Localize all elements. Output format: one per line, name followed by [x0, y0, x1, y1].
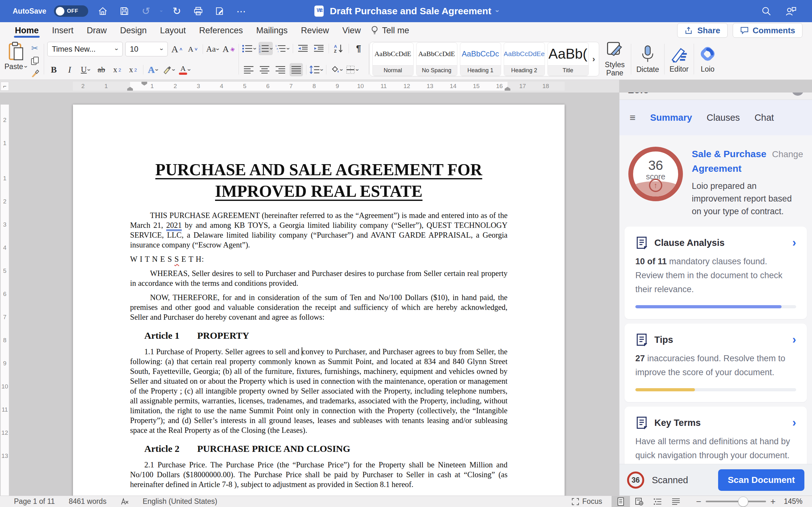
cut-button[interactable]: ✂	[29, 43, 41, 54]
font-color-chevron-icon[interactable]: ›	[186, 69, 193, 71]
more-commands-button[interactable]: ⋯	[235, 4, 248, 18]
language-indicator[interactable]: English (United States)	[143, 497, 217, 506]
highlight-chevron-icon[interactable]: ›	[170, 69, 177, 71]
document-page[interactable]: PURCHASE AND SALE AGREEMENT FOR IMPROVED…	[73, 105, 565, 496]
align-left-button[interactable]	[242, 63, 255, 76]
change-type-button[interactable]: Change	[772, 147, 803, 159]
ribbon-tab-7[interactable]: Review	[294, 22, 336, 39]
chevron-right-icon[interactable]: ›	[792, 417, 796, 429]
dictate-button[interactable]: Dictate	[632, 41, 664, 77]
zoom-in-button[interactable]: +	[770, 497, 775, 506]
close-panel-button[interactable]: ✕	[792, 93, 804, 96]
paragraph-preamble[interactable]: THIS PURCHASE AGREEMENT (hereinafter ref…	[130, 210, 507, 250]
style-title[interactable]: AaBb( Title	[548, 43, 589, 76]
save-button[interactable]	[117, 4, 131, 18]
paragraph-1-1[interactable]: 1.1 Purchase of Property. Seller agrees …	[130, 347, 507, 435]
undo-menu-chevron-icon[interactable]: ›	[159, 10, 164, 12]
tab-selector[interactable]: ⌐	[1, 82, 9, 91]
underline-chevron-icon[interactable]: ›	[85, 69, 93, 71]
tab-summary[interactable]: Summary	[650, 112, 692, 123]
redo-button[interactable]: ↻	[170, 4, 184, 18]
bullets-button[interactable]: ›	[242, 42, 256, 55]
paragraph-witnesseth[interactable]: W I T N E S S E T H:	[130, 254, 507, 264]
style-heading-1[interactable]: AaBbCcDc Heading 1	[460, 43, 501, 76]
justify-button[interactable]	[290, 63, 303, 76]
multilevel-list-button[interactable]: 1ai ›	[275, 42, 290, 55]
style-no-spacing[interactable]: AaBbCcDdE No Spacing	[416, 43, 457, 76]
share-button[interactable]: Share	[677, 23, 727, 38]
share-contact-button[interactable]	[784, 4, 798, 18]
bullets-chevron-icon[interactable]: ›	[251, 48, 258, 50]
home-button[interactable]	[96, 4, 110, 18]
clause-analysis-card[interactable]: Clause Analysis › 10 of 11 mandatory cla…	[624, 227, 807, 319]
highlight-button[interactable]: ›	[162, 63, 176, 76]
shading-button[interactable]: ›	[329, 63, 343, 76]
grammar-mark[interactable]: 2021	[166, 221, 182, 229]
menu-icon[interactable]: ≡	[629, 112, 636, 124]
ribbon-tab-8[interactable]: View	[336, 22, 367, 39]
spellcheck-button[interactable]	[120, 498, 129, 505]
chevron-right-icon[interactable]: ›	[792, 237, 796, 248]
zoom-level[interactable]: 145%	[784, 497, 803, 506]
underline-button[interactable]: U›	[79, 63, 92, 76]
italic-button[interactable]: I	[63, 63, 77, 76]
vertical-ruler[interactable]: 21 12345678910111213	[1, 105, 9, 496]
style-heading-2[interactable]: AaBbCcDdEe Heading 2	[504, 43, 545, 76]
line-spacing-chevron-icon[interactable]: ›	[318, 69, 325, 71]
document-heading[interactable]: PURCHASE AND SALE AGREEMENT FOR IMPROVED…	[130, 159, 507, 202]
font-size-select[interactable]: 10›	[125, 42, 168, 56]
copy-button[interactable]	[29, 55, 41, 66]
spelling-mark[interactable]: S	[174, 255, 179, 263]
font-color-button[interactable]: A ›	[178, 63, 192, 76]
edit-document-button[interactable]	[213, 4, 227, 18]
style-normal[interactable]: AaBbCcDdE Normal	[372, 43, 414, 76]
line-spacing-button[interactable]: ›	[310, 63, 323, 76]
increase-indent-button[interactable]	[312, 42, 325, 55]
horizontal-ruler[interactable]: 21 123456789101112131415161718 ⌐	[0, 80, 619, 93]
zoom-slider-thumb[interactable]	[738, 497, 748, 507]
tab-chat[interactable]: Chat	[755, 112, 774, 123]
scan-document-button[interactable]: Scan Document	[718, 469, 804, 491]
sort-button[interactable]: AZ	[332, 42, 345, 55]
chevron-right-icon[interactable]: ›	[792, 334, 796, 345]
multilevel-chevron-icon[interactable]: ›	[285, 48, 292, 50]
search-button[interactable]	[759, 4, 773, 18]
zoom-out-button[interactable]: −	[696, 497, 701, 506]
superscript-button[interactable]: x2	[126, 63, 140, 76]
bold-button[interactable]: B	[47, 63, 61, 76]
shading-chevron-icon[interactable]: ›	[338, 69, 345, 71]
ribbon-tab-6[interactable]: Mailings	[250, 22, 294, 39]
ribbon-tab-1[interactable]: Insert	[45, 22, 80, 39]
paragraph-whereas[interactable]: WHEREAS, Seller desires to sell to Purch…	[130, 268, 507, 288]
ribbon-tab-2[interactable]: Draw	[80, 22, 113, 39]
grow-font-button[interactable]: A˄	[170, 43, 184, 56]
decrease-indent-button[interactable]	[296, 42, 310, 55]
web-layout-view-button[interactable]	[630, 496, 648, 507]
numbering-button[interactable]: 123 ›	[258, 42, 273, 55]
heading-article-2[interactable]: Article 2PURCHASE PRICE AND CLOSING	[130, 443, 507, 454]
text-effects-button[interactable]: A›	[147, 63, 160, 76]
strikethrough-button[interactable]: ab	[95, 63, 108, 76]
align-center-button[interactable]	[258, 63, 271, 76]
print-button[interactable]	[191, 4, 205, 18]
paragraph-2-1[interactable]: 2.1 Purchase Price. The Purchase Price (…	[130, 460, 507, 489]
text-effects-chevron-icon[interactable]: ›	[154, 69, 161, 71]
styles-pane-button[interactable]: Styles Pane	[599, 41, 630, 77]
word-count[interactable]: 8461 words	[69, 497, 107, 506]
borders-chevron-icon[interactable]: ›	[354, 69, 361, 71]
paragraph-now-therefore[interactable]: NOW, THEREFORE, for and in consideration…	[130, 292, 507, 322]
paste-button[interactable]: Paste›	[4, 42, 27, 71]
document-title[interactable]: Draft Purchase and Sale Agreement	[330, 6, 491, 16]
format-painter-button[interactable]	[29, 68, 41, 79]
paste-menu-chevron-icon[interactable]: ›	[22, 66, 30, 68]
editor-button[interactable]: Editor	[665, 41, 693, 77]
gallery-expand-chevron-icon[interactable]: ›	[591, 54, 597, 64]
ribbon-tab-4[interactable]: Layout	[154, 22, 193, 39]
zoom-slider[interactable]	[706, 501, 766, 502]
loio-addin-button[interactable]: Loio	[695, 41, 721, 77]
ribbon-tab-0[interactable]: Home	[8, 22, 45, 39]
change-case-button[interactable]: Aa›	[206, 43, 219, 56]
tab-clauses[interactable]: Clauses	[707, 112, 740, 123]
font-name-select[interactable]: Times New...›	[47, 42, 123, 56]
ribbon-tab-3[interactable]: Design	[113, 22, 154, 39]
